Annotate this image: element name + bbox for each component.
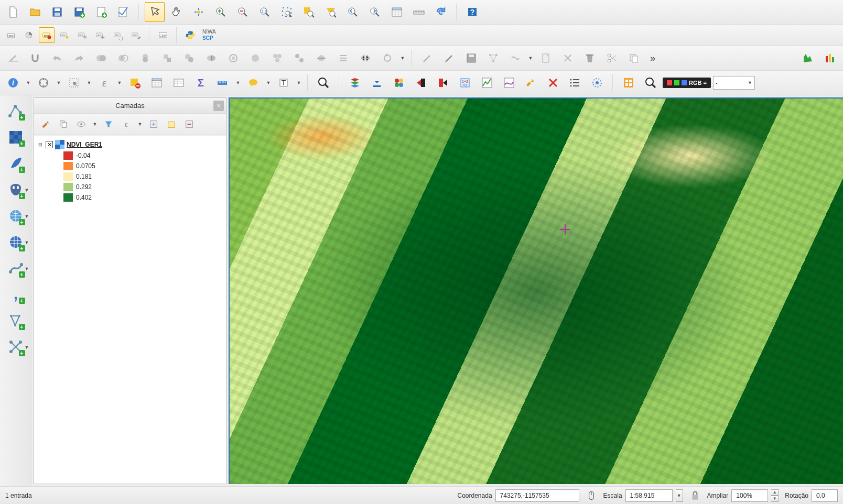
add-postgis-icon[interactable]: +▼ (5, 179, 26, 200)
histogram2-icon[interactable] (820, 48, 840, 68)
zoom-out-icon[interactable] (233, 2, 253, 22)
dropdown-arrow[interactable]: ▼ (92, 117, 98, 132)
table-icon[interactable] (147, 73, 167, 93)
zoom-selection-icon[interactable] (299, 2, 319, 22)
g8-icon[interactable] (245, 48, 265, 68)
cluster-icon[interactable] (389, 73, 409, 93)
visibility-icon[interactable] (74, 117, 89, 132)
edit-toggle-icon[interactable] (3, 48, 23, 68)
expand-icon[interactable] (146, 117, 161, 132)
g9-icon[interactable] (267, 48, 287, 68)
zoom-next-icon[interactable] (365, 2, 385, 22)
python-icon[interactable] (182, 27, 198, 43)
g6-icon[interactable] (201, 48, 221, 68)
pan-to-selection-icon[interactable] (189, 2, 209, 22)
zoom-input[interactable]: 100% (731, 489, 768, 502)
scale-dropdown[interactable]: ▼ (676, 489, 683, 502)
collapse-icon[interactable]: ⊟ (37, 142, 44, 147)
dropdown-arrow[interactable]: ▼ (86, 73, 92, 93)
cross-icon[interactable] (543, 73, 563, 93)
find-icon[interactable] (314, 73, 333, 93)
paste-icon[interactable] (536, 48, 556, 68)
label-pie-icon[interactable] (21, 27, 37, 43)
label-edit-icon[interactable]: abc (128, 27, 144, 43)
zoom-full-icon[interactable] (277, 2, 297, 22)
target-icon[interactable] (587, 73, 607, 93)
scale-input[interactable]: 1:58.915 (625, 489, 673, 502)
dropdown-arrow[interactable]: ▼ (296, 73, 302, 93)
g7-icon[interactable] (223, 48, 243, 68)
redo-icon[interactable] (69, 48, 89, 68)
style-icon[interactable] (38, 117, 53, 132)
filter-icon[interactable] (101, 117, 116, 132)
zoom-spinner[interactable]: ▲▼ (771, 489, 779, 502)
graph1-icon[interactable] (477, 73, 497, 93)
attributes-icon[interactable] (387, 2, 407, 22)
save-as-icon[interactable] (69, 2, 89, 22)
layer-item[interactable]: ⊟ ✕ NDVI_GER1 (37, 139, 223, 150)
trash-icon[interactable] (580, 48, 600, 68)
add-wms-icon[interactable]: +▼ (5, 205, 26, 226)
zoom-layer-icon[interactable] (321, 2, 341, 22)
label-rotate-icon[interactable]: abc (110, 27, 126, 43)
g1-icon[interactable] (91, 48, 111, 68)
add-feather-icon[interactable]: + (5, 153, 26, 174)
dropdown-arrow[interactable]: ▼ (235, 73, 241, 93)
overflow-icon[interactable]: » (646, 53, 660, 64)
scissors-icon[interactable] (602, 48, 622, 68)
coord-input[interactable]: 743275,-1157535 (495, 489, 579, 502)
clip-icon[interactable] (505, 48, 525, 68)
annotation-icon[interactable]: T (274, 73, 294, 93)
mouse-toggle-icon[interactable] (586, 490, 597, 501)
map-canvas[interactable] (229, 97, 843, 484)
snap-icon[interactable] (25, 48, 45, 68)
select-icon[interactable] (145, 2, 165, 22)
sigma-icon[interactable]: Σ (191, 73, 211, 93)
save-edits-icon[interactable] (461, 48, 481, 68)
label-csw-icon[interactable]: CSW (155, 27, 171, 43)
commit-icon[interactable] (411, 73, 431, 93)
label-move-icon[interactable]: abc (92, 27, 108, 43)
expression-filter-icon[interactable]: ε (119, 117, 134, 132)
measure-line-icon[interactable] (213, 73, 233, 93)
dropdown-arrow[interactable]: ▼ (399, 48, 406, 68)
deselect-icon[interactable] (125, 73, 145, 93)
add-vector-icon[interactable]: + (5, 101, 26, 122)
dropdown-arrow[interactable]: ▼ (137, 117, 143, 132)
dropdown-arrow[interactable]: ▼ (116, 73, 123, 93)
vertex-icon[interactable] (483, 48, 503, 68)
pan-icon[interactable] (167, 2, 187, 22)
group-icon[interactable] (164, 117, 179, 132)
layers-tree[interactable]: ⊟ ✕ NDVI_GER1 -0.040.07050.1810.2920.402 (34, 135, 226, 484)
zoom-in-icon[interactable] (211, 2, 231, 22)
new-layout-icon[interactable] (91, 2, 111, 22)
add-wfs-icon[interactable]: +▼ (5, 232, 26, 253)
layer-name[interactable]: NDVI_GER1 (67, 141, 102, 148)
dropdown-arrow[interactable]: ▼ (265, 73, 272, 93)
g2-icon[interactable] (113, 48, 133, 68)
search-icon[interactable] (641, 73, 661, 93)
refresh-icon[interactable] (431, 2, 451, 22)
pencil-icon[interactable] (417, 48, 437, 68)
tips-icon[interactable] (243, 73, 263, 93)
open-folder-icon[interactable] (25, 2, 45, 22)
g3-icon[interactable] (135, 48, 155, 68)
zoom-last-icon[interactable] (343, 2, 363, 22)
rotate-icon[interactable] (377, 48, 397, 68)
layout-manager-icon[interactable] (113, 2, 133, 22)
list-icon[interactable] (565, 73, 585, 93)
label-highlight-icon[interactable]: abc (39, 27, 55, 43)
g12-icon[interactable] (333, 48, 353, 68)
new-file-icon[interactable] (3, 2, 23, 22)
graph2-icon[interactable] (499, 73, 519, 93)
expression-icon[interactable]: ε (94, 73, 114, 93)
pencil-b-icon[interactable] (439, 48, 459, 68)
export-icon[interactable] (433, 73, 453, 93)
close-icon[interactable]: × (213, 101, 224, 111)
overlay-icon[interactable] (345, 73, 365, 93)
tools-icon[interactable] (558, 48, 578, 68)
identify-icon[interactable]: i (3, 73, 23, 93)
g5-icon[interactable] (179, 48, 199, 68)
add-raster-icon[interactable]: + (5, 127, 26, 148)
duplicate-icon[interactable] (56, 117, 71, 132)
